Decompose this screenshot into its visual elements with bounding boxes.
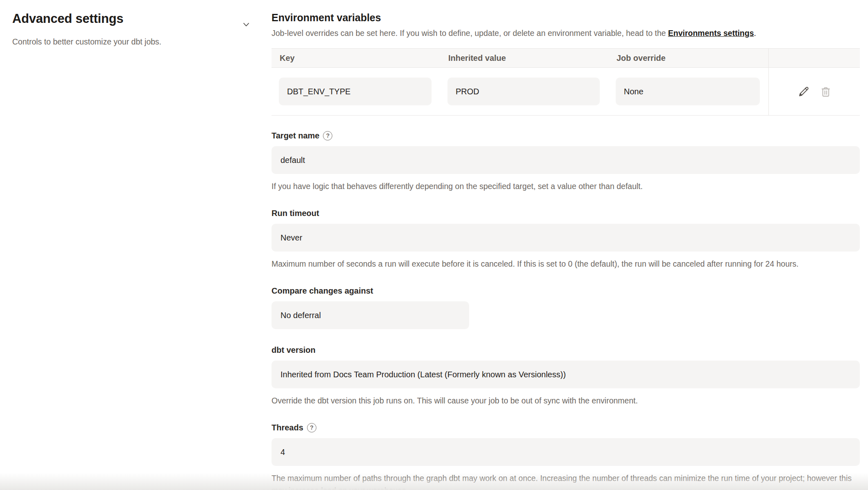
advanced-settings-page: Advanced settings Controls to better cus… (0, 0, 868, 490)
compare-changes-select[interactable]: No deferral (272, 301, 469, 329)
field-run-timeout: Run timeout Never Maximum number of seco… (272, 208, 860, 270)
env-vars-description-period: . (754, 29, 756, 38)
delete-trash-icon[interactable] (820, 86, 832, 98)
threads-help-text: The maximum number of paths through the … (272, 472, 860, 490)
chevron-down-icon[interactable] (241, 20, 251, 29)
env-var-key-field: DBT_ENV_TYPE (279, 78, 432, 105)
column-header-key: Key (272, 49, 440, 67)
threads-label: Threads (272, 422, 303, 433)
env-vars-description-text: Job-level overrides can be set here. If … (272, 29, 668, 38)
dbt-version-label: dbt version (272, 345, 316, 355)
target-name-help-text: If you have logic that behaves different… (272, 180, 860, 192)
page-subtitle: Controls to better customize your dbt jo… (12, 36, 251, 47)
target-name-input[interactable]: default (272, 146, 860, 174)
target-name-label: Target name (272, 130, 319, 141)
env-vars-description: Job-level overrides can be set here. If … (272, 27, 860, 39)
field-compare-changes-against: Compare changes against No deferral (272, 285, 860, 329)
column-header-inherited-value: Inherited value (440, 49, 608, 67)
env-var-job-override-field: None (616, 78, 760, 105)
field-dbt-version: dbt version Inherited from Docs Team Pro… (272, 345, 860, 407)
field-target-name: Target name ? default If you have logic … (272, 130, 860, 192)
field-threads: Threads ? 4 The maximum number of paths … (272, 422, 860, 490)
advanced-settings-header-panel: Advanced settings Controls to better cus… (0, 0, 261, 490)
env-vars-heading: Environment variables (272, 11, 860, 24)
dbt-version-help-text: Override the dbt version this job runs o… (272, 394, 860, 407)
help-icon[interactable]: ? (323, 131, 332, 140)
env-vars-table: Key Inherited value Job override DBT_ENV… (272, 48, 860, 116)
dbt-version-select[interactable]: Inherited from Docs Team Production (Lat… (272, 361, 860, 388)
help-icon[interactable]: ? (307, 423, 316, 432)
edit-pencil-icon[interactable] (797, 85, 810, 98)
run-timeout-help-text: Maximum number of seconds a run will exe… (272, 258, 860, 270)
env-vars-table-header: Key Inherited value Job override (272, 49, 860, 68)
threads-input[interactable]: 4 (272, 438, 860, 466)
run-timeout-input[interactable]: Never (272, 224, 860, 252)
column-header-job-override: Job override (608, 49, 768, 67)
column-header-actions (768, 49, 860, 67)
env-var-inherited-value-field: PROD (447, 78, 600, 105)
run-timeout-label: Run timeout (272, 208, 319, 218)
compare-changes-label: Compare changes against (272, 285, 373, 296)
advanced-settings-content: Environment variables Job-level override… (272, 0, 860, 490)
environments-settings-link[interactable]: Environments settings (668, 29, 754, 38)
page-title: Advanced settings (12, 11, 123, 27)
table-row: DBT_ENV_TYPE PROD None (272, 68, 860, 115)
